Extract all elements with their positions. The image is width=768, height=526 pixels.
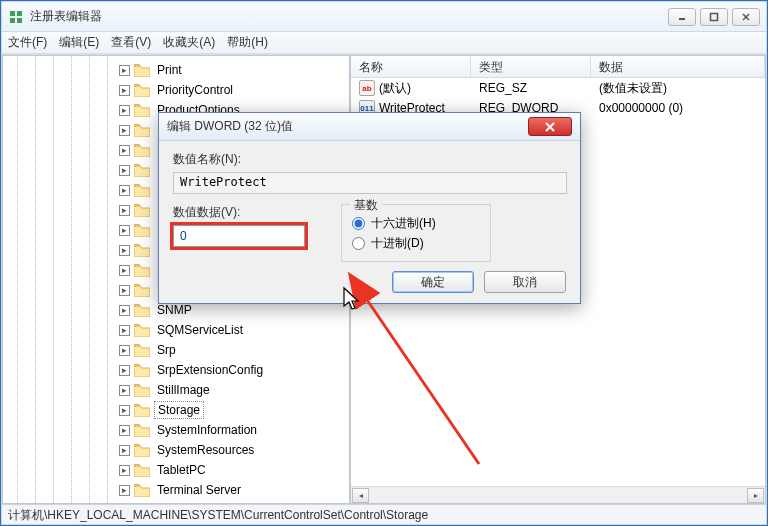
expand-toggle-icon[interactable]: ▸	[119, 445, 130, 456]
tree-item[interactable]: ▸StillImage	[3, 380, 349, 400]
tree-item[interactable]: ▸Print	[3, 60, 349, 80]
folder-icon	[134, 304, 150, 317]
horizontal-scrollbar[interactable]: ◂ ▸	[351, 486, 765, 503]
dialog-close-button[interactable]	[528, 117, 572, 136]
radix-dec-input[interactable]	[352, 237, 365, 250]
close-button[interactable]	[732, 8, 760, 26]
tree-item-label: SNMP	[154, 302, 195, 318]
menu-edit[interactable]: 编辑(E)	[59, 34, 99, 51]
scroll-right-button[interactable]: ▸	[747, 488, 764, 503]
tree-item[interactable]: ▸TabletPC	[3, 460, 349, 480]
expand-toggle-icon[interactable]: ▸	[119, 325, 130, 336]
tree-item-label: Srp	[154, 342, 179, 358]
expand-toggle-icon[interactable]: ▸	[119, 285, 130, 296]
folder-icon	[134, 444, 150, 457]
tree-item-label: SystemInformation	[154, 422, 260, 438]
folder-icon	[134, 164, 150, 177]
folder-icon	[134, 404, 150, 417]
radix-dec-label: 十进制(D)	[371, 235, 424, 252]
value-data-input[interactable]	[173, 225, 305, 247]
svg-rect-0	[10, 11, 15, 16]
tree-item-label: TabletPC	[154, 462, 209, 478]
minimize-button[interactable]	[668, 8, 696, 26]
folder-icon	[134, 324, 150, 337]
tree-item-label: StillImage	[154, 382, 213, 398]
value-type-icon: ab	[359, 80, 375, 96]
radix-hex-label: 十六进制(H)	[371, 215, 436, 232]
tree-item[interactable]: ▸Srp	[3, 340, 349, 360]
expand-toggle-icon[interactable]: ▸	[119, 305, 130, 316]
expand-toggle-icon[interactable]: ▸	[119, 465, 130, 476]
expand-toggle-icon[interactable]: ▸	[119, 105, 130, 116]
folder-icon	[134, 344, 150, 357]
menu-help[interactable]: 帮助(H)	[227, 34, 268, 51]
svg-rect-5	[711, 13, 718, 20]
folder-icon	[134, 144, 150, 157]
folder-icon	[134, 244, 150, 257]
menu-view[interactable]: 查看(V)	[111, 34, 151, 51]
menubar: 文件(F) 编辑(E) 查看(V) 收藏夹(A) 帮助(H)	[2, 32, 766, 54]
radix-hex-input[interactable]	[352, 217, 365, 230]
radix-dec-radio[interactable]: 十进制(D)	[352, 233, 480, 253]
folder-icon	[134, 464, 150, 477]
menu-file[interactable]: 文件(F)	[8, 34, 47, 51]
tree-item[interactable]: ▸Terminal Server	[3, 480, 349, 500]
value-type: REG_SZ	[471, 81, 591, 95]
value-name-label: 数值名称(N):	[173, 151, 566, 168]
window-title: 注册表编辑器	[30, 8, 668, 25]
expand-toggle-icon[interactable]: ▸	[119, 245, 130, 256]
radix-legend: 基数	[350, 197, 382, 214]
menu-favorites[interactable]: 收藏夹(A)	[163, 34, 215, 51]
cancel-button[interactable]: 取消	[484, 271, 566, 293]
folder-icon	[134, 124, 150, 137]
expand-toggle-icon[interactable]: ▸	[119, 345, 130, 356]
radix-hex-radio[interactable]: 十六进制(H)	[352, 213, 480, 233]
value-row[interactable]: ab(默认)REG_SZ(数值未设置)	[351, 78, 765, 98]
expand-toggle-icon[interactable]: ▸	[119, 65, 130, 76]
tree-item[interactable]: ▸SrpExtensionConfig	[3, 360, 349, 380]
folder-icon	[134, 84, 150, 97]
folder-icon	[134, 204, 150, 217]
app-icon	[8, 9, 24, 25]
titlebar[interactable]: 注册表编辑器	[2, 2, 766, 32]
expand-toggle-icon[interactable]: ▸	[119, 165, 130, 176]
tree-item-label: SystemResources	[154, 442, 257, 458]
value-data: (数值未设置)	[591, 80, 765, 97]
expand-toggle-icon[interactable]: ▸	[119, 365, 130, 376]
dialog-titlebar[interactable]: 编辑 DWORD (32 位)值	[159, 113, 580, 141]
expand-toggle-icon[interactable]: ▸	[119, 125, 130, 136]
expand-toggle-icon[interactable]: ▸	[119, 485, 130, 496]
value-data-label: 数值数据(V):	[173, 204, 323, 221]
expand-toggle-icon[interactable]: ▸	[119, 385, 130, 396]
tree-item[interactable]: ▸SystemInformation	[3, 420, 349, 440]
folder-icon	[134, 104, 150, 117]
tree-item[interactable]: ▸SystemResources	[3, 440, 349, 460]
expand-toggle-icon[interactable]: ▸	[119, 425, 130, 436]
expand-toggle-icon[interactable]: ▸	[119, 225, 130, 236]
expand-toggle-icon[interactable]: ▸	[119, 85, 130, 96]
tree-item-label: Terminal Server	[154, 482, 244, 498]
folder-icon	[134, 264, 150, 277]
folder-icon	[134, 224, 150, 237]
tree-item[interactable]: ▸PriorityControl	[3, 80, 349, 100]
maximize-button[interactable]	[700, 8, 728, 26]
radix-group: 基数 十六进制(H) 十进制(D)	[341, 204, 491, 262]
column-type[interactable]: 类型	[471, 56, 591, 77]
tree-item-label: Storage	[154, 401, 204, 419]
tree-item-label: SQMServiceList	[154, 322, 246, 338]
value-name: (默认)	[379, 80, 411, 97]
scroll-left-button[interactable]: ◂	[352, 488, 369, 503]
expand-toggle-icon[interactable]: ▸	[119, 145, 130, 156]
expand-toggle-icon[interactable]: ▸	[119, 185, 130, 196]
ok-button[interactable]: 确定	[392, 271, 474, 293]
expand-toggle-icon[interactable]: ▸	[119, 405, 130, 416]
tree-item-label: SrpExtensionConfig	[154, 362, 266, 378]
tree-item[interactable]: ▸SQMServiceList	[3, 320, 349, 340]
status-path: 计算机\HKEY_LOCAL_MACHINE\SYSTEM\CurrentCon…	[8, 508, 428, 522]
expand-toggle-icon[interactable]: ▸	[119, 205, 130, 216]
tree-item[interactable]: ▸Storage	[3, 400, 349, 420]
column-name[interactable]: 名称	[351, 56, 471, 77]
folder-icon	[134, 284, 150, 297]
column-data[interactable]: 数据	[591, 56, 765, 77]
expand-toggle-icon[interactable]: ▸	[119, 265, 130, 276]
